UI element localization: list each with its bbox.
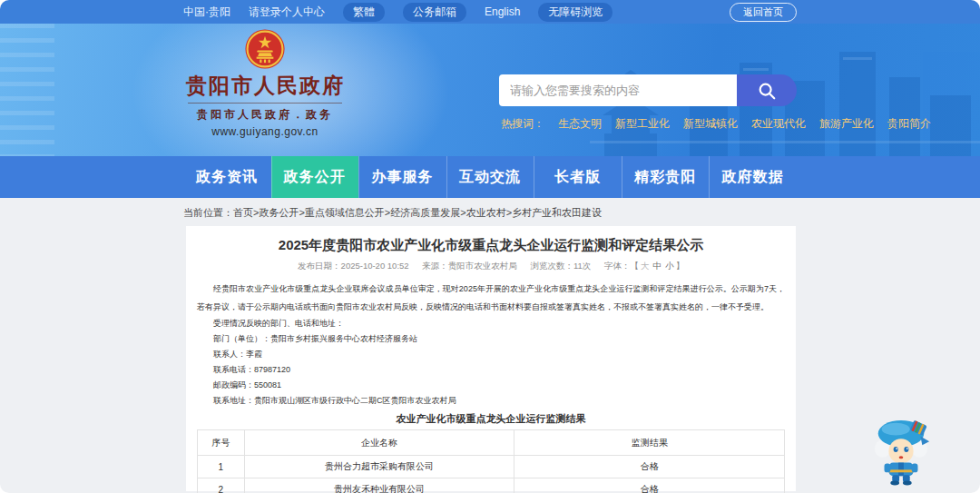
table-cell: 贵州友禾种业有限公司 [244,478,514,493]
font-size-label: 字体：【 [604,261,639,271]
banner-decor-lines [0,24,54,156]
font-size-button[interactable]: 小 [665,261,674,271]
assistant-mascot[interactable] [869,415,933,486]
table-cell: 贵州合力超市采购有限公司 [244,456,514,478]
topbar-link[interactable]: 无障碍浏览 [538,3,612,22]
monitoring-results-table: 序号企业名称监测结果1贵州合力超市采购有限公司合格2贵州友禾种业有限公司合格3贵… [197,429,785,493]
hot-search-item[interactable]: 农业现代化 [751,116,806,132]
font-size-button[interactable]: 中 [652,261,662,271]
table-header-cell: 监测结果 [514,430,785,456]
topbar-links: 中国·贵阳请登录个人中心繁體公务邮箱English无障碍浏览 [183,3,730,22]
nav-tab-长者版[interactable]: 长者版 [534,156,622,198]
article-body: 经贵阳市农业产业化市级重点龙头企业联席会议成员单位审定，现对2025年开展的农业… [197,280,785,409]
publish-date: 发布日期：2025-10-20 10:52 [298,261,409,271]
font-size-button[interactable]: 大 [641,261,650,271]
topbar-link[interactable]: 公务邮箱 [403,3,466,22]
article-info-line: 联系地址：贵阳市观山湖区市级行政中心二期C区贵阳市农业农村局 [197,393,785,409]
nav-items: 政务资讯政务公开办事服务互动交流长者版精彩贵阳政府数据 [183,156,797,198]
font-size-label-close: 】 [675,261,684,271]
nav-tab-政务公开[interactable]: 政务公开 [271,156,359,198]
main-navbar: 政务资讯政务公开办事服务互动交流长者版精彩贵阳政府数据 [0,156,980,198]
nav-tab-政府数据[interactable]: 政府数据 [709,156,797,198]
search-icon [757,81,777,101]
topbar-link[interactable]: English [485,5,520,18]
topbar-link[interactable]: 请登录个人中心 [249,5,325,20]
government-portal-page: 中国·贵阳请登录个人中心繁體公务邮箱English无障碍浏览 返回首页 [0,0,980,493]
table-header-cell: 序号 [198,430,245,456]
site-subtitle: 贵阳市人民政府．政务 [186,107,344,123]
site-title: 贵阳市人民政府 [186,72,344,100]
hot-search-label: 热搜词： [501,116,544,132]
font-size-switcher: 字体：【大中小】 [604,261,684,271]
article-info-line: 联系电话：87987120 [197,362,785,378]
breadcrumb: 当前位置：首页>政务公开>重点领域信息公开>经济高质量发展>农业农村>乡村产业和… [183,206,980,220]
article-title: 2025年度贵阳市农业产业化市级重点龙头企业运行监测和评定结果公示 [197,236,785,254]
national-emblem-icon [244,28,286,70]
article-meta: 发布日期：2025-10-20 10:52 来源：贵阳市农业农村局 浏览次数：1… [197,261,785,272]
article-info-line: 联系人：李霞 [197,347,785,362]
hot-search-row: 热搜词： 生态文明新型工业化新型城镇化农业现代化旅游产业化贵阳简介 [501,116,931,132]
nav-tab-互动交流[interactable]: 互动交流 [446,156,534,198]
article-info-line: 邮政编码：550081 [197,378,785,393]
table-row: 2贵州友禾种业有限公司合格 [198,478,785,493]
search-button[interactable] [737,74,797,106]
hot-search-item[interactable]: 新型城镇化 [683,116,738,132]
hot-search-item[interactable]: 新型工业化 [615,116,670,132]
table-header-row: 序号企业名称监测结果 [198,430,785,456]
table-row: 1贵州合力超市采购有限公司合格 [198,456,785,478]
breadcrumb-label: 当前位置： [183,207,233,218]
topbar-link[interactable]: 中国·贵阳 [183,5,230,20]
article-info-line: 受理情况反映的部门、电话和地址： [197,316,785,331]
return-home-button[interactable]: 返回首页 [730,3,797,22]
article-paragraph: 经贵阳市农业产业化市级重点龙头企业联席会议成员单位审定，现对2025年开展的农业… [197,280,785,316]
logo-divider [188,103,342,104]
topbar-link[interactable]: 繁體 [343,3,385,22]
results-table-caption: 农业产业化市级重点龙头企业运行监测结果 [197,412,785,426]
table-cell: 合格 [514,456,785,478]
table-cell: 2 [198,478,245,493]
site-banner: 贵阳市人民政府 贵阳市人民政府．政务 www.guiyang.gov.cn 热搜… [0,24,980,156]
table-cell: 1 [198,456,245,478]
nav-tab-政务资讯[interactable]: 政务资讯 [183,156,271,198]
hot-search-item[interactable]: 生态文明 [558,116,602,132]
top-utility-bar: 中国·贵阳请登录个人中心繁體公务邮箱English无障碍浏览 返回首页 [0,0,980,24]
hot-search-item[interactable]: 旅游产业化 [819,116,874,132]
site-logo[interactable]: 贵阳市人民政府 贵阳市人民政府．政务 www.guiyang.gov.cn [186,28,344,138]
nav-tab-精彩贵阳[interactable]: 精彩贵阳 [622,156,710,198]
article-info-line: 部门（单位）：贵阳市乡村振兴服务中心农村经济服务站 [197,331,785,347]
nav-tab-办事服务[interactable]: 办事服务 [358,156,446,198]
site-url: www.guiyang.gov.cn [186,125,344,138]
table-header-cell: 企业名称 [244,430,514,456]
breadcrumb-path[interactable]: 首页>政务公开>重点领域信息公开>经济高质量发展>农业农村>乡村产业和农田建设 [233,207,602,218]
article-source: 来源：贵阳市农业农村局 [422,261,517,271]
hot-search-item[interactable]: 贵阳简介 [887,116,931,132]
site-search [499,74,797,106]
view-count: 浏览次数：11次 [530,261,591,271]
font-size-buttons: 大中小 [639,261,676,271]
table-cell: 合格 [514,478,785,493]
search-input[interactable] [499,74,737,106]
article-card: 2025年度贵阳市农业产业化市级重点龙头企业运行监测和评定结果公示 发布日期：2… [186,226,796,491]
